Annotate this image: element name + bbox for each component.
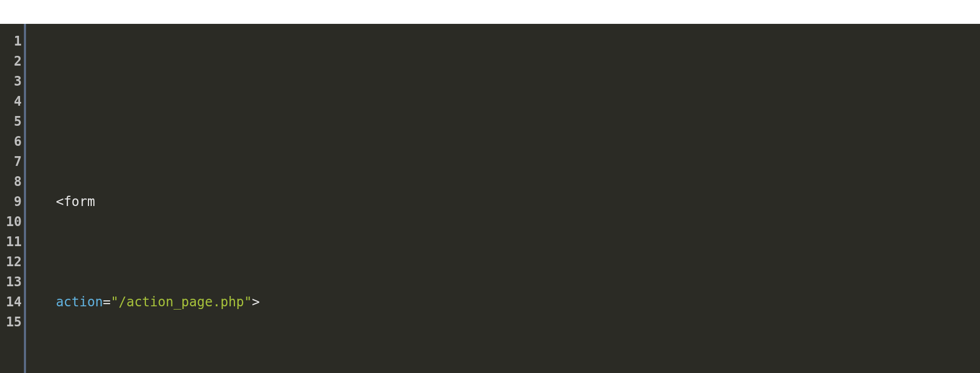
attr-name: action	[56, 294, 103, 310]
line-number: 12	[0, 252, 22, 272]
line-number: 5	[0, 112, 22, 132]
line-number: 15	[0, 312, 22, 332]
line-number: 9	[0, 192, 22, 212]
code-line[interactable]: action="/action_page.php">	[40, 292, 980, 312]
line-number: 14	[0, 292, 22, 312]
punct-lt: <	[56, 194, 63, 209]
line-number: 3	[0, 72, 22, 92]
code-editor[interactable]: 1 2 3 4 5 6 7 8 9 10 11 12 13 14 15 <for…	[0, 24, 980, 373]
tag-name: form	[63, 194, 95, 209]
line-number: 8	[0, 172, 22, 192]
line-number: 11	[0, 232, 22, 252]
attr-value: "/action_page.php"	[111, 294, 252, 310]
line-number: 4	[0, 92, 22, 112]
line-number: 10	[0, 212, 22, 232]
punct-gt: >	[252, 294, 259, 310]
line-number: 6	[0, 132, 22, 152]
punct-eq: =	[103, 294, 111, 310]
line-number: 13	[0, 272, 22, 292]
code-line[interactable]: <form	[40, 192, 980, 212]
line-number: 1	[0, 31, 22, 52]
line-number-gutter: 1 2 3 4 5 6 7 8 9 10 11 12 13 14 15	[0, 24, 26, 373]
line-number: 7	[0, 152, 22, 172]
top-whitespace	[0, 0, 980, 24]
code-line[interactable]	[40, 92, 980, 112]
line-number: 2	[0, 52, 22, 72]
code-area[interactable]: <form action="/action_page.php"> <label …	[26, 24, 980, 373]
